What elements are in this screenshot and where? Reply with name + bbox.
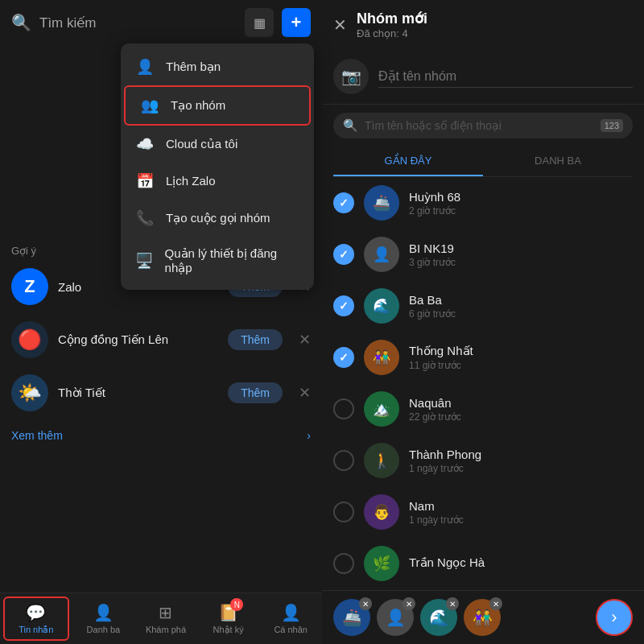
camera-icon[interactable]: 📷 (333, 59, 369, 94)
contact-info: Trần Ngọc Hà (409, 555, 633, 572)
explore-icon: ⊞ (159, 603, 172, 622)
close-cong-dong-icon[interactable]: ✕ (299, 331, 311, 349)
contact-search-icon: 🔍 (343, 118, 358, 133)
contact-name: BI NK19 (409, 242, 633, 255)
next-button[interactable]: › (596, 599, 633, 636)
contacts-list: 🚢Huỳnh 682 giờ trước👤BI NK193 giờ trước🌊… (322, 177, 644, 590)
contact-name: Nam (409, 499, 633, 513)
add-friend-icon: 👤 (135, 58, 155, 76)
selected-avatars-row: 🚢✕👤✕🌊✕👫✕› (322, 590, 644, 644)
add-button[interactable]: + (282, 8, 311, 37)
contact-item[interactable]: 🚢Huỳnh 682 giờ trước (322, 177, 644, 229)
check-circle[interactable] (333, 192, 354, 213)
dropdown-menu: 👤 Thêm bạn 👥 Tạo nhóm ☁️ Cloud của tôi 📅… (121, 43, 314, 290)
xem-them-button[interactable]: Xem thêm › (0, 419, 322, 452)
chevron-right-icon: › (307, 429, 311, 442)
contact-info: Ba Ba6 giờ trước (409, 293, 633, 320)
menu-item-calendar[interactable]: 📅 Lịch Zalo (121, 163, 314, 200)
menu-item-create-group[interactable]: 👥 Tạo nhóm (124, 85, 311, 126)
remove-selected-icon[interactable]: ✕ (402, 597, 415, 610)
contact-name: Thành Phong (409, 448, 633, 461)
right-panel: ✕ Nhóm mới Đã chọn: 4 📷 🔍 Tìm tên hoặc s… (322, 0, 644, 644)
close-button[interactable]: ✕ (333, 15, 347, 35)
menu-item-cloud[interactable]: ☁️ Cloud của tôi (121, 126, 314, 163)
left-header: 🔍 Tìm kiếm ▦ + (0, 0, 322, 45)
create-group-icon: 👥 (140, 97, 159, 114)
contacts-icon: 👤 (93, 603, 114, 622)
nav-danh-ba[interactable]: 👤 Danh ba (72, 593, 135, 644)
check-circle[interactable] (333, 450, 354, 471)
check-circle[interactable] (333, 398, 354, 419)
remove-selected-icon[interactable]: ✕ (489, 597, 502, 610)
selected-avatar-wrapper: 🚢✕ (333, 599, 370, 636)
contact-item[interactable]: 👨Nam1 ngày trước (322, 486, 644, 538)
contact-name: Thống Nhất (409, 344, 633, 358)
check-circle[interactable] (333, 347, 354, 368)
check-circle[interactable] (333, 553, 354, 574)
contact-time: 1 ngày trước (409, 514, 633, 526)
bottom-nav: 💬 Tin nhắn 👤 Danh ba ⊞ Khám phá 📔 Nhật k… (0, 592, 322, 644)
contact-info: Naquân22 giờ trước (409, 396, 633, 423)
selected-avatar-wrapper: 👫✕ (464, 599, 501, 636)
contact-avatar: 🌊 (364, 288, 399, 324)
menu-item-add-friend[interactable]: 👤 Thêm bạn (121, 48, 314, 85)
cong-dong-avatar: 🔴 (11, 321, 48, 358)
contact-tabs: GẦN ĐÂY DANH BA (333, 147, 633, 177)
thoi-tiet-avatar: 🌤️ (11, 374, 48, 411)
them-thoi-tiet-button[interactable]: Thêm (228, 382, 283, 403)
suggestion-cong-dong[interactable]: 🔴 Cộng đồng Tiến Lên Thêm ✕ (0, 313, 322, 366)
them-cong-dong-button[interactable]: Thêm (228, 329, 283, 350)
suggestion-thoi-tiet[interactable]: 🌤️ Thời Tiết Thêm ✕ (0, 366, 322, 419)
close-thoi-tiet-icon[interactable]: ✕ (299, 384, 311, 402)
nav-ca-nhan[interactable]: 👤 Cá nhân (259, 593, 322, 644)
contact-name: Naquân (409, 396, 633, 410)
remove-selected-icon[interactable]: ✕ (446, 597, 459, 610)
menu-item-group-call[interactable]: 📞 Tạo cuộc gọi nhóm (121, 200, 314, 237)
contact-time: 2 giờ trước (409, 205, 633, 217)
panel-title: Nhóm mới (357, 10, 633, 27)
contact-item[interactable]: 🌿Trần Ngọc Hà (322, 538, 644, 589)
selected-avatar-wrapper: 🌊✕ (420, 599, 457, 636)
contact-item[interactable]: 👫Thống Nhất11 giờ trước (322, 332, 644, 383)
contact-info: Thành Phong1 ngày trước (409, 448, 633, 474)
menu-item-device-management[interactable]: 🖥️ Quản lý thiết bị đăng nhập (121, 237, 314, 285)
cong-dong-name: Cộng đồng Tiến Lên (58, 332, 218, 347)
nav-tin-nhan[interactable]: 💬 Tin nhắn (3, 597, 69, 641)
remove-selected-icon[interactable]: ✕ (359, 597, 372, 610)
tab-contacts[interactable]: DANH BA (483, 147, 633, 176)
tab-recent[interactable]: GẦN ĐÂY (333, 147, 483, 176)
calendar-icon: 📅 (135, 172, 155, 190)
contact-avatar: 👨 (364, 494, 399, 530)
device-icon: 🖥️ (135, 252, 154, 270)
check-circle[interactable] (333, 244, 354, 265)
contact-time: 1 ngày trước (409, 463, 633, 474)
nav-nhat-ky[interactable]: 📔 Nhật ký N (197, 593, 260, 644)
contact-name: Ba Ba (409, 293, 633, 307)
group-call-icon: 📞 (135, 209, 155, 227)
contact-avatar: 🚢 (364, 185, 399, 221)
contact-name: Trần Ngọc Hà (409, 555, 633, 570)
search-icon: 🔍 (11, 13, 31, 32)
contact-item[interactable]: 👤BI NK193 giờ trước (322, 229, 644, 280)
contact-avatar: 🚶 (364, 443, 399, 478)
contact-item[interactable]: 🚶Thành Phong1 ngày trước (322, 435, 644, 486)
qr-button[interactable]: ▦ (245, 8, 274, 37)
group-name-input[interactable] (378, 66, 633, 88)
right-header: ✕ Nhóm mới Đã chọn: 4 (322, 0, 644, 49)
contact-item[interactable]: 🏔️Naquân22 giờ trước (322, 383, 644, 435)
contact-item[interactable]: 🌊Ba Ba6 giờ trước (322, 280, 644, 332)
contact-info: Thống Nhất11 giờ trước (409, 344, 633, 371)
selected-count: Đã chọn: 4 (357, 27, 633, 39)
contact-time: 11 giờ trước (409, 360, 633, 371)
contact-info: Huỳnh 682 giờ trước (409, 190, 633, 217)
contact-time: 22 giờ trước (409, 411, 633, 423)
contact-time: 6 giờ trước (409, 308, 633, 320)
contact-name: Huỳnh 68 (409, 190, 633, 204)
contact-info: BI NK193 giờ trước (409, 242, 633, 268)
cloud-icon: ☁️ (135, 135, 155, 153)
check-circle[interactable] (333, 502, 354, 522)
check-circle[interactable] (333, 295, 354, 316)
contact-search-row[interactable]: 🔍 Tìm tên hoặc số điện thoại 123 (333, 113, 633, 138)
nav-kham-pha[interactable]: ⊞ Khám phá (134, 593, 197, 644)
thoi-tiet-name: Thời Tiết (58, 386, 218, 400)
